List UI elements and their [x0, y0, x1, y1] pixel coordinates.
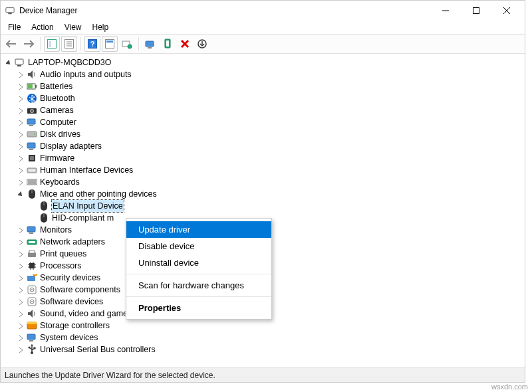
svg-rect-53 — [27, 227, 35, 232]
expander-icon[interactable] — [15, 332, 26, 343]
tree-category[interactable]: Mice and other pointing devices — [2, 188, 523, 200]
tree-category[interactable]: Firmware — [2, 152, 523, 164]
svg-rect-0 — [6, 8, 14, 13]
category-icon — [26, 189, 38, 199]
expander-icon[interactable] — [15, 296, 26, 307]
tree-category[interactable]: Computer — [2, 116, 523, 128]
tree-category[interactable]: Cameras — [2, 104, 523, 116]
update-driver-button[interactable] — [142, 36, 158, 52]
show-hide-console-tree-button[interactable] — [44, 36, 60, 52]
titlebar: Device Manager — [1, 1, 525, 21]
category-icon — [26, 141, 38, 151]
svg-rect-19 — [148, 47, 152, 49]
ctx-update-driver[interactable]: Update driver — [126, 221, 271, 238]
tree-category[interactable]: Audio inputs and outputs — [2, 68, 523, 80]
category-icon — [26, 81, 38, 92]
expander-icon[interactable] — [15, 93, 26, 104]
expander-icon[interactable] — [15, 177, 26, 187]
expander-icon[interactable] — [15, 81, 26, 92]
expander-icon[interactable] — [15, 117, 26, 128]
tree-root-label: LAPTOP-MQBCDD3O — [28, 56, 112, 68]
statusbar: Launches the Update Driver Wizard for th… — [1, 367, 525, 382]
expander-icon[interactable] — [15, 344, 26, 355]
expander-icon[interactable] — [15, 225, 26, 235]
svg-rect-3 — [473, 8, 479, 14]
enable-device-button[interactable] — [194, 36, 210, 52]
svg-rect-40 — [30, 156, 34, 160]
tree-category[interactable]: Human Interface Devices — [2, 164, 523, 176]
ctx-disable-device[interactable]: Disable device — [126, 238, 271, 254]
category-label: Display adapters — [40, 140, 102, 152]
scan-hardware-button[interactable] — [119, 36, 135, 52]
back-button[interactable] — [3, 36, 19, 52]
menu-file[interactable]: File — [3, 22, 25, 33]
tree-category[interactable]: Storage controllers — [2, 320, 523, 332]
disable-device-button[interactable] — [177, 36, 193, 52]
expander-icon[interactable] — [15, 237, 26, 247]
tree-category[interactable]: Display adapters — [2, 140, 523, 152]
expander-icon[interactable] — [15, 284, 26, 295]
help-button[interactable]: ? — [84, 36, 100, 52]
category-icon — [26, 153, 38, 163]
expander-icon[interactable] — [15, 141, 26, 151]
svg-rect-38 — [29, 149, 33, 150]
menu-action[interactable]: Action — [27, 22, 58, 33]
svg-rect-33 — [27, 119, 35, 124]
ctx-properties[interactable]: Properties — [126, 300, 271, 316]
properties-button[interactable] — [61, 36, 77, 52]
tree-category[interactable]: Disk drives — [2, 128, 523, 140]
tree-category[interactable]: Keyboards — [2, 176, 523, 188]
menu-help[interactable]: Help — [88, 22, 114, 33]
expander-icon[interactable] — [15, 308, 26, 319]
expander-icon[interactable] — [3, 57, 14, 68]
svg-rect-58 — [29, 250, 35, 253]
device-label: HID-compliant m — [52, 212, 114, 224]
computer-icon — [14, 57, 26, 68]
expander-icon[interactable] — [15, 105, 26, 116]
maximize-button[interactable] — [461, 1, 491, 21]
svg-rect-59 — [29, 263, 35, 268]
minimize-button[interactable] — [430, 1, 461, 21]
menu-view[interactable]: View — [60, 22, 86, 33]
mouse-icon — [38, 201, 50, 211]
category-icon — [26, 93, 38, 104]
tree-category[interactable]: Bluetooth — [2, 92, 523, 104]
category-icon — [26, 344, 38, 355]
category-icon — [26, 117, 38, 128]
category-label: Firmware — [40, 152, 74, 164]
svg-rect-26 — [17, 65, 21, 66]
svg-rect-15 — [106, 41, 113, 43]
action-button[interactable] — [102, 36, 118, 52]
category-label: Security devices — [40, 272, 100, 284]
expander-icon[interactable] — [15, 320, 26, 331]
expander-icon[interactable] — [15, 129, 26, 140]
category-label: Storage controllers — [40, 320, 110, 332]
expander-icon[interactable] — [15, 165, 26, 175]
svg-rect-56 — [29, 241, 35, 243]
tree-device[interactable]: ELAN Input Device — [2, 200, 523, 212]
ctx-scan-hardware[interactable]: Scan for hardware changes — [126, 277, 271, 294]
category-label: Software components — [40, 284, 120, 296]
ctx-uninstall-device[interactable]: Uninstall device — [126, 254, 271, 271]
uninstall-device-button[interactable] — [160, 36, 176, 52]
tree-category[interactable]: Batteries — [2, 80, 523, 92]
category-label: Audio inputs and outputs — [40, 68, 132, 80]
toolbar-separator — [40, 37, 41, 50]
expander-icon[interactable] — [15, 69, 26, 80]
close-button[interactable] — [491, 1, 522, 21]
expander-icon[interactable] — [15, 248, 26, 259]
expander-icon[interactable] — [15, 153, 26, 163]
tree-category[interactable]: Universal Serial Bus controllers — [2, 343, 523, 355]
category-icon — [26, 296, 38, 307]
category-label: System devices — [40, 332, 98, 343]
expander-icon[interactable] — [15, 189, 26, 199]
expander-icon[interactable] — [15, 272, 26, 283]
category-label: Keyboards — [40, 176, 80, 188]
tree-category[interactable]: System devices — [2, 332, 523, 343]
device-tree[interactable]: LAPTOP-MQBCDD3O Audio inputs and outputs… — [1, 54, 525, 367]
expander-icon[interactable] — [15, 260, 26, 271]
tree-root[interactable]: LAPTOP-MQBCDD3O — [2, 56, 523, 68]
svg-rect-1 — [8, 13, 11, 15]
forward-button[interactable] — [21, 36, 37, 52]
svg-rect-37 — [27, 143, 35, 148]
